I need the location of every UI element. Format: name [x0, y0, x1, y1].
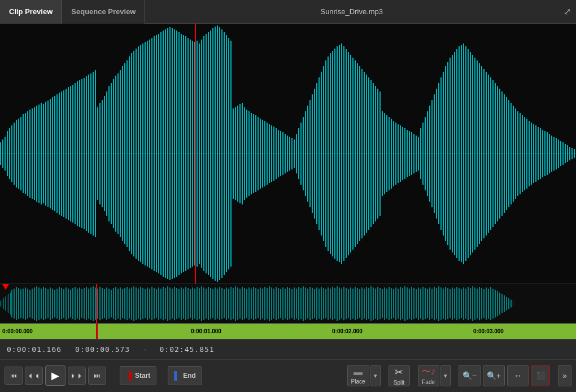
- timecode-separator: -: [143, 345, 146, 354]
- svg-rect-284: [54, 290, 55, 317]
- svg-rect-133: [296, 134, 297, 173]
- go-to-end-button[interactable]: ⏭: [88, 367, 106, 385]
- step-back-icon: ⏴⏴: [27, 372, 41, 380]
- start-marker-icon: ▐: [126, 371, 132, 380]
- svg-rect-181: [404, 128, 405, 179]
- svg-rect-334: [167, 286, 168, 321]
- svg-rect-5: [7, 131, 8, 176]
- waveform-area[interactable]: [0, 24, 576, 284]
- svg-rect-288: [63, 289, 64, 318]
- svg-rect-392: [298, 287, 299, 320]
- svg-rect-49: [106, 92, 107, 216]
- svg-rect-419: [359, 289, 360, 318]
- svg-rect-467: [468, 287, 469, 320]
- start-marker-button[interactable]: ▐ Start: [120, 366, 156, 385]
- svg-rect-72: [158, 34, 159, 273]
- svg-rect-45: [97, 107, 98, 200]
- step-forward-button[interactable]: ⏵⏵: [68, 367, 86, 385]
- more-options-button[interactable]: »: [558, 365, 571, 386]
- svg-rect-395: [305, 288, 306, 320]
- tab-clip-preview[interactable]: Clip Preview: [0, 0, 62, 24]
- zoom-in-button[interactable]: 🔍+: [483, 365, 505, 386]
- svg-rect-456: [443, 289, 444, 319]
- svg-rect-132: [294, 140, 295, 168]
- svg-rect-78: [172, 28, 173, 279]
- svg-rect-123: [273, 127, 274, 181]
- svg-rect-295: [79, 288, 80, 320]
- svg-rect-28: [59, 93, 60, 215]
- play-button[interactable]: ▶: [45, 365, 66, 386]
- svg-rect-98: [217, 25, 218, 282]
- svg-rect-319: [133, 286, 134, 321]
- go-to-start-button[interactable]: ⏮: [5, 367, 23, 385]
- svg-rect-215: [481, 66, 482, 241]
- svg-rect-73: [160, 32, 162, 275]
- svg-rect-352: [208, 287, 209, 320]
- svg-rect-378: [267, 288, 268, 319]
- playhead[interactable]: [195, 24, 196, 284]
- svg-rect-469: [472, 286, 473, 321]
- fade-button[interactable]: 〜♪ Fade: [418, 365, 439, 386]
- svg-rect-255: [571, 148, 573, 159]
- step-back-button[interactable]: ⏴⏴: [25, 367, 43, 385]
- place-button[interactable]: ▬ Place: [347, 365, 369, 386]
- svg-rect-150: [334, 49, 335, 259]
- end-marker-button[interactable]: ▌ End: [168, 366, 202, 385]
- svg-rect-386: [285, 289, 286, 319]
- svg-rect-172: [384, 113, 385, 194]
- svg-rect-315: [124, 288, 125, 319]
- svg-rect-58: [126, 60, 128, 247]
- svg-rect-222: [497, 86, 498, 221]
- svg-rect-351: [206, 289, 207, 319]
- tab-sequence-preview[interactable]: Sequence Preview: [62, 0, 145, 24]
- svg-rect-397: [309, 287, 311, 320]
- svg-rect-394: [303, 286, 304, 321]
- place-dropdown-button[interactable]: ▼: [370, 365, 381, 386]
- svg-rect-156: [348, 52, 349, 255]
- svg-rect-76: [167, 28, 168, 279]
- timecode-ruler[interactable]: 0:00:00.000 0:00:01.000 0:00:02.000 0:00…: [0, 323, 576, 339]
- svg-rect-427: [377, 287, 378, 320]
- svg-rect-435: [395, 288, 396, 320]
- svg-rect-121: [269, 124, 270, 183]
- svg-rect-273: [29, 290, 30, 317]
- svg-rect-476: [488, 289, 489, 319]
- svg-rect-426: [375, 289, 376, 319]
- mini-waveform-strip[interactable]: [0, 284, 576, 323]
- split-button[interactable]: ✂ Split: [389, 365, 410, 386]
- svg-rect-220: [492, 80, 494, 227]
- svg-rect-15: [29, 110, 30, 198]
- svg-rect-383: [278, 288, 279, 319]
- zoom-out-button[interactable]: 🔍−: [459, 365, 481, 386]
- svg-rect-430: [384, 288, 385, 320]
- loop-button[interactable]: ⬛: [531, 365, 550, 386]
- mini-playhead[interactable]: [96, 284, 97, 323]
- fit-button[interactable]: ↔: [507, 365, 529, 386]
- svg-rect-100: [221, 29, 222, 278]
- svg-rect-486: [510, 300, 512, 308]
- svg-rect-79: [174, 29, 175, 278]
- svg-rect-483: [504, 295, 505, 312]
- maximize-icon: ⤢: [564, 6, 571, 17]
- svg-rect-108: [239, 104, 241, 203]
- svg-rect-190: [425, 117, 426, 190]
- zoom-in-icon: 🔍+: [487, 371, 501, 380]
- fade-dropdown-button[interactable]: ▼: [440, 365, 451, 386]
- svg-rect-384: [280, 289, 281, 318]
- svg-rect-310: [113, 288, 114, 319]
- tab-clip-preview-label: Clip Preview: [9, 7, 53, 16]
- svg-rect-127: [282, 132, 283, 175]
- svg-rect-338: [176, 288, 177, 319]
- svg-rect-19: [38, 104, 40, 203]
- maximize-button[interactable]: ⤢: [558, 3, 576, 21]
- svg-rect-313: [120, 288, 121, 320]
- svg-rect-57: [124, 63, 125, 244]
- svg-rect-113: [251, 113, 252, 194]
- ruler-label-3: 0:00:03.000: [473, 328, 504, 334]
- svg-rect-207: [463, 43, 464, 264]
- svg-rect-164: [366, 75, 367, 233]
- svg-rect-204: [456, 49, 457, 258]
- svg-rect-50: [108, 86, 110, 221]
- svg-rect-169: [377, 89, 378, 219]
- svg-rect-64: [140, 45, 141, 262]
